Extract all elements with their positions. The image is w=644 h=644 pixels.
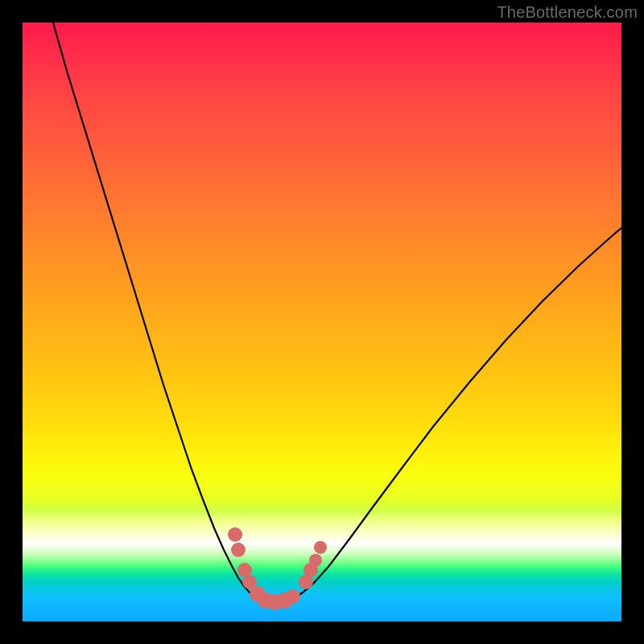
valley-marker — [228, 527, 242, 542]
watermark-text: TheBottleneck.com — [497, 3, 638, 22]
valley-marker — [314, 541, 327, 554]
valley-marker — [309, 554, 322, 567]
curve-right-branch — [293, 228, 621, 599]
outer-frame: TheBottleneck.com — [0, 0, 644, 644]
valley-marker — [231, 543, 246, 557]
valley-markers — [228, 527, 327, 610]
chart-svg — [23, 23, 621, 621]
plot-area — [23, 23, 621, 621]
curve-left-branch — [53, 23, 256, 597]
valley-marker — [286, 589, 300, 604]
